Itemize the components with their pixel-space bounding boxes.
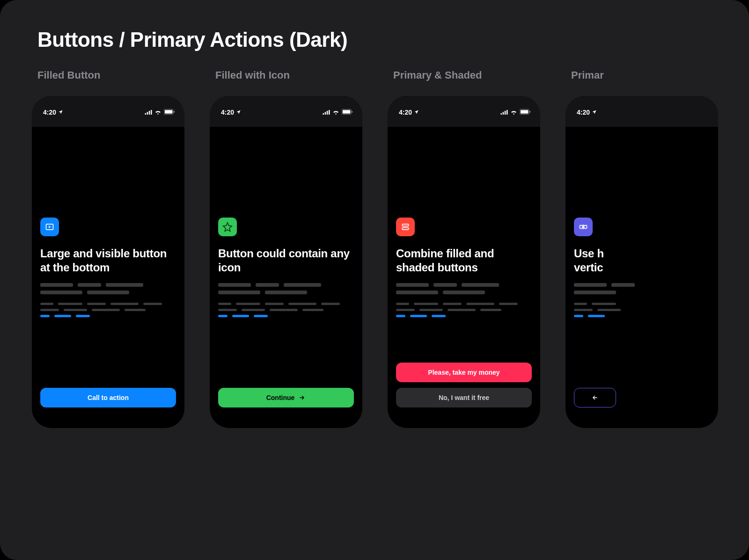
arrow-left-icon (591, 394, 599, 401)
svg-rect-0 (145, 113, 147, 115)
svg-rect-24 (580, 225, 583, 229)
wifi-icon (154, 108, 162, 116)
button-area: Continue (218, 388, 354, 407)
svg-rect-13 (343, 110, 351, 113)
svg-rect-17 (505, 111, 506, 115)
button-label: Call to action (88, 394, 129, 401)
play-square-icon (40, 218, 59, 236)
continue-button[interactable]: Continue (218, 388, 354, 407)
status-left: 4:20 (399, 109, 419, 116)
back-button[interactable] (574, 388, 616, 407)
button-label: Continue (266, 394, 295, 401)
svg-rect-1 (147, 112, 148, 115)
columns-icon (574, 218, 593, 236)
status-right (145, 108, 175, 116)
rows-icon (396, 218, 415, 236)
svg-rect-22 (402, 224, 408, 226)
skeleton-row (574, 309, 710, 311)
location-icon (58, 109, 63, 116)
status-bar: 4:20 (32, 96, 184, 127)
phone-frame-3: 4:20 Combine filled and shaded buttons (388, 96, 540, 428)
status-left: 4:20 (577, 109, 597, 116)
skeleton-row (218, 283, 354, 287)
status-left: 4:20 (43, 109, 63, 116)
card-title: Combine filled and shaded buttons (396, 247, 532, 275)
svg-rect-16 (503, 112, 504, 115)
svg-rect-6 (174, 111, 175, 113)
skeleton-row (40, 315, 176, 317)
card-content: Use h vertic (574, 218, 710, 321)
signal-icon (500, 108, 508, 116)
design-canvas: Buttons / Primary Actions (Dark) Filled … (0, 0, 749, 560)
status-bar: 4:20 (388, 96, 540, 127)
button-area: Please, take my money No, I want it free (396, 363, 532, 407)
button-label: No, I want it free (439, 394, 489, 401)
phone-frame-1: 4:20 Large and visible (32, 96, 184, 428)
button-label: Please, take my money (428, 369, 499, 376)
card-content: Button could contain any icon (218, 218, 354, 321)
phone-frame-2: 4:20 Button could contain any icon (210, 96, 362, 428)
card-content: Large and visible button at the bottom (40, 218, 176, 321)
svg-rect-20 (521, 110, 529, 113)
section-label-primary-cut: Primar (571, 69, 604, 81)
card-title: Use h vertic (574, 247, 710, 275)
page-title: Buttons / Primary Actions (Dark) (37, 28, 347, 51)
skeleton-row (218, 291, 354, 294)
svg-rect-15 (501, 113, 502, 115)
skeleton-row (396, 315, 532, 317)
secondary-free-button[interactable]: No, I want it free (396, 388, 532, 407)
svg-rect-11 (329, 110, 330, 115)
svg-rect-25 (584, 225, 587, 229)
skeleton-row (40, 283, 176, 287)
arrow-right-icon (298, 394, 306, 401)
call-to-action-button[interactable]: Call to action (40, 388, 176, 407)
section-label-primary-shaded: Primary & Shaded (393, 69, 482, 81)
battery-icon (520, 108, 531, 116)
card-content: Combine filled and shaded buttons (396, 218, 532, 321)
status-bar: 4:20 (210, 96, 362, 127)
battery-icon (164, 108, 175, 116)
card-title: Button could contain any icon (218, 247, 354, 275)
location-icon (236, 109, 241, 116)
svg-rect-21 (529, 111, 530, 113)
skeleton-row (396, 309, 532, 311)
status-time: 4:20 (221, 109, 234, 116)
svg-rect-18 (507, 110, 508, 115)
skeleton-row (218, 315, 354, 317)
skeleton-row (396, 303, 532, 305)
signal-icon (323, 108, 330, 116)
svg-rect-2 (149, 111, 150, 115)
svg-rect-10 (327, 111, 328, 115)
button-area (574, 388, 710, 407)
skeleton-row (40, 303, 176, 305)
svg-rect-3 (151, 110, 152, 115)
skeleton-row (218, 303, 354, 305)
status-time: 4:20 (43, 109, 56, 116)
skeleton-row (574, 303, 710, 305)
skeleton-row (218, 309, 354, 311)
svg-rect-8 (323, 113, 324, 115)
svg-rect-14 (352, 111, 352, 113)
skeleton-row (396, 283, 532, 287)
status-time: 4:20 (577, 109, 590, 116)
primary-pay-button[interactable]: Please, take my money (396, 363, 532, 382)
svg-rect-5 (165, 110, 173, 113)
status-time: 4:20 (399, 109, 412, 116)
wifi-icon (332, 108, 339, 116)
battery-icon (342, 108, 353, 116)
star-icon (218, 218, 237, 236)
card-title: Large and visible button at the bottom (40, 247, 176, 275)
skeleton-row (396, 291, 532, 294)
status-left: 4:20 (221, 109, 241, 116)
svg-rect-23 (402, 228, 408, 230)
location-icon (414, 109, 419, 116)
skeleton-row (574, 291, 710, 294)
phone-frame-4: 4:20 Use h vertic (565, 96, 718, 428)
status-right (323, 108, 353, 116)
skeleton-row (574, 315, 710, 317)
signal-icon (145, 108, 152, 116)
skeleton-row (40, 309, 176, 311)
section-label-filled-icon: Filled with Icon (215, 69, 290, 81)
status-right (500, 108, 531, 116)
button-area: Call to action (40, 388, 176, 407)
